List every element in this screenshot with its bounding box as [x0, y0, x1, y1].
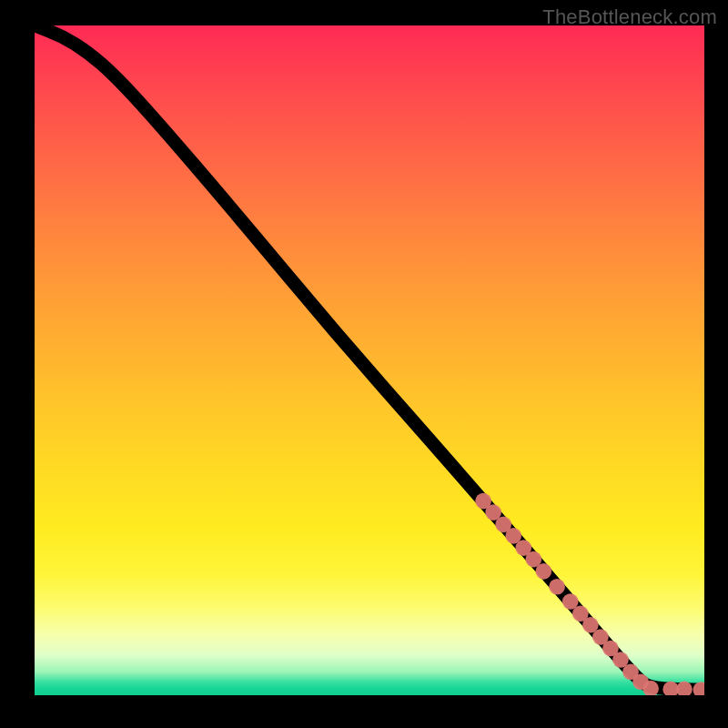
chart-overlay — [35, 25, 704, 695]
data-markers — [475, 493, 704, 695]
data-marker — [536, 563, 552, 580]
plot-area — [35, 25, 704, 695]
bottleneck-curve — [35, 25, 704, 690]
chart-frame: TheBottleneck.com — [0, 0, 728, 728]
data-marker — [549, 579, 565, 595]
